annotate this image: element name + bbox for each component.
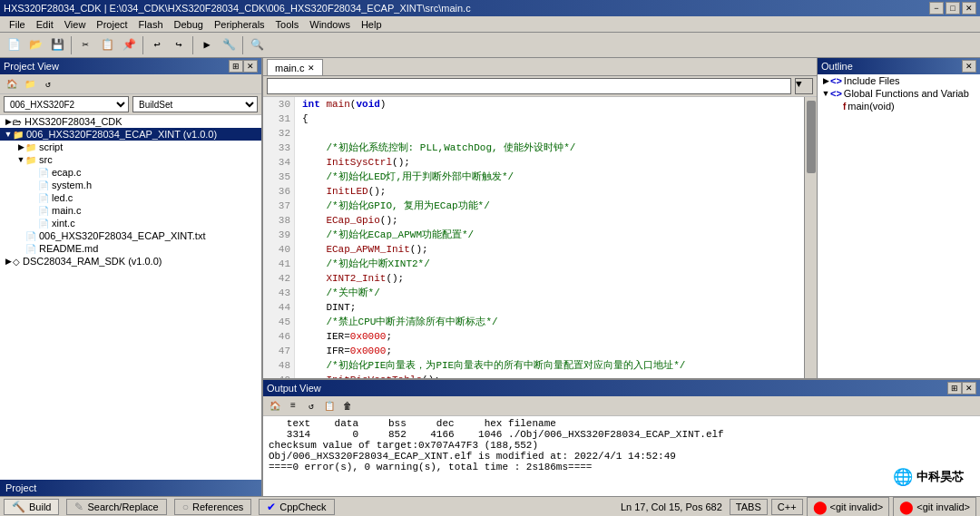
toolbar-cut[interactable]: ✂ xyxy=(75,35,95,55)
build-tab[interactable]: 🔨 Build xyxy=(4,499,59,515)
output-toolbar-btn5[interactable]: 🗑 xyxy=(339,398,356,414)
file-icon: 📄 xyxy=(38,219,49,229)
code-editor[interactable]: 3031323334 3536373839 4041424344 4546474… xyxy=(263,97,817,378)
tree-item-xint[interactable]: 📄 xint.c xyxy=(0,217,261,229)
menu-item-windows[interactable]: Windows xyxy=(304,17,356,32)
code-line-41: /*初始化中断XINT2*/ xyxy=(302,257,797,271)
editor-scrollbar[interactable] xyxy=(804,97,817,378)
project-view-panel-btn[interactable]: ⊞ xyxy=(229,60,243,73)
project-view-close[interactable]: ✕ xyxy=(243,60,258,73)
cppcheck-icon: ✔ xyxy=(267,501,276,513)
tree-item-txtfile[interactable]: 📄 006_HXS320F28034_ECAP_XINT.txt xyxy=(0,229,261,242)
tab-close-btn[interactable]: ✕ xyxy=(308,63,315,73)
outline-item-main[interactable]: f main(void) xyxy=(818,100,980,112)
tree-item-led[interactable]: 📄 led.c xyxy=(0,191,261,204)
toolbar-open[interactable]: 📂 xyxy=(25,35,45,55)
minimize-button[interactable]: − xyxy=(929,2,944,15)
menu-item-peripherals[interactable]: Peripherals xyxy=(209,17,270,32)
expand-icon xyxy=(29,180,38,190)
tree-item-readme[interactable]: 📄 README.md xyxy=(0,242,261,255)
file-icon: 📄 xyxy=(38,168,49,178)
outline-tree[interactable]: ▶ <> Include Files ▼ <> Global Functions… xyxy=(818,74,980,378)
toolbar-paste[interactable]: 📌 xyxy=(119,35,139,55)
tree-item-systemh[interactable]: 📄 system.h xyxy=(0,179,261,191)
tree-item-hxs-cdk[interactable]: ▶ 🗁 HXS320F28034_CDK xyxy=(0,115,261,128)
tree-item-src[interactable]: ▼ 📁 src xyxy=(0,153,261,166)
output-header: Output View ⊞ ✕ xyxy=(263,380,980,396)
project-toolbar-home[interactable]: 🏠 xyxy=(4,76,20,92)
git-status2: ⬤ <git invalid> xyxy=(893,497,976,517)
tree-label: README.md xyxy=(39,243,98,254)
menu-item-view[interactable]: View xyxy=(59,17,92,32)
tree-label: main.c xyxy=(52,205,81,216)
lang-label: C++ xyxy=(778,501,797,512)
scrollbar-thumb[interactable] xyxy=(807,101,816,173)
tab-mainc[interactable]: main.c ✕ xyxy=(267,59,323,75)
expand-icon xyxy=(29,206,38,215)
outline-close[interactable]: ✕ xyxy=(962,60,976,73)
toolbar-copy[interactable]: 📋 xyxy=(97,35,117,55)
close-button[interactable]: ✕ xyxy=(962,2,976,15)
tree-label: src xyxy=(39,154,53,165)
git-label2: <git invalid> xyxy=(916,501,970,512)
project-selector-row: 006_HXS320F2 BuildSet xyxy=(0,94,261,115)
code-content[interactable]: int main(void) { /*初始化系统控制: PLL,WatchDog… xyxy=(295,97,804,378)
code-line-40: ECap_APWM_Init(); xyxy=(302,242,797,257)
menu-item-tools[interactable]: Tools xyxy=(270,17,305,32)
code-line-42: XINT2_Init(); xyxy=(302,271,797,286)
toolbar-undo[interactable]: ↩ xyxy=(147,35,167,55)
code-line-34: InitSysCtrl(); xyxy=(302,155,797,170)
toolbar-redo[interactable]: ↪ xyxy=(169,35,189,55)
toolbar-build[interactable]: ▶ xyxy=(197,35,217,55)
menu-item-flash[interactable]: Flash xyxy=(133,17,169,32)
search-replace-tab[interactable]: ✎ Search/Replace xyxy=(66,499,166,515)
maximize-button[interactable]: □ xyxy=(946,2,960,15)
references-tab[interactable]: ○ References xyxy=(174,499,252,515)
toolbar-save[interactable]: 💾 xyxy=(47,35,67,55)
output-line-1: text data bss dec hex filename xyxy=(269,418,975,429)
code-line-48: /*初始化PIE向量表，为PIE向量表中的所有中断向量配置对应向量的入口地址*/ xyxy=(302,358,797,373)
output-toolbar-btn3[interactable]: ↺ xyxy=(303,398,319,414)
cppcheck-tab[interactable]: ✔ CppCheck xyxy=(259,499,334,515)
editor-search-input[interactable] xyxy=(267,78,791,94)
code-line-38: ECap_Gpio(); xyxy=(302,213,797,228)
buildset-dropdown[interactable]: BuildSet xyxy=(132,96,258,112)
expand-icon: ▼ xyxy=(821,89,830,98)
project-toolbar-sync[interactable]: ↺ xyxy=(40,76,56,92)
project-tree[interactable]: ▶ 🗁 HXS320F28034_CDK ▼ 📁 006_HXS320F2803… xyxy=(0,115,261,480)
menu-item-debug[interactable]: Debug xyxy=(169,17,209,32)
toolbar-search[interactable]: 🔍 xyxy=(247,35,267,55)
menu-item-file[interactable]: File xyxy=(4,17,31,32)
toolbar-debug[interactable]: 🔧 xyxy=(219,35,239,55)
tree-item-ecap[interactable]: 📄 ecap.c xyxy=(0,166,261,179)
menu-item-edit[interactable]: Edit xyxy=(31,17,59,32)
tab-label: main.c xyxy=(275,63,304,73)
tree-item-script[interactable]: ▶ 📁 script xyxy=(0,141,261,153)
tab-bar: main.c ✕ xyxy=(263,58,817,76)
tree-item-dsc[interactable]: ▶ ◇ DSC28034_RAM_SDK (v1.0.0) xyxy=(0,255,261,268)
editor-search-dropdown[interactable]: ▼ xyxy=(795,78,813,94)
tree-item-006-ecap[interactable]: ▼ 📁 006_HXS320F28034_ECAP_XINT (v1.0.0) xyxy=(0,128,261,141)
outline-item-include[interactable]: ▶ <> Include Files xyxy=(818,74,980,87)
outline-item-globals[interactable]: ▼ <> Global Functions and Variab xyxy=(818,87,980,100)
tree-label: system.h xyxy=(52,180,92,190)
project-toolbar-folder[interactable]: 📁 xyxy=(22,76,38,92)
toolbar-new[interactable]: 📄 xyxy=(4,35,24,55)
project-dropdown[interactable]: 006_HXS320F2 xyxy=(4,96,129,112)
project-footer-label: Project xyxy=(5,482,36,493)
menu-item-project[interactable]: Project xyxy=(91,17,132,32)
expand-icon xyxy=(16,244,25,253)
output-toolbar-btn2[interactable]: ≡ xyxy=(285,398,301,414)
menu-item-help[interactable]: Help xyxy=(356,17,387,32)
output-toolbar-btn1[interactable]: 🏠 xyxy=(267,398,283,414)
output-toolbar-btn4[interactable]: 📋 xyxy=(321,398,338,414)
output-panel-btn[interactable]: ⊞ xyxy=(947,382,962,394)
window-title: HXS320F28034_CDK | E:\034_CDK\HXS320F280… xyxy=(4,3,929,14)
tree-item-mainc[interactable]: 📄 main.c xyxy=(0,204,261,217)
outline-title: Outline xyxy=(821,61,962,72)
references-icon: ○ xyxy=(182,501,189,513)
tree-label: led.c xyxy=(52,192,73,203)
output-close[interactable]: ✕ xyxy=(962,382,976,394)
expand-icon xyxy=(29,219,38,228)
toolbar-sep4 xyxy=(242,36,243,54)
